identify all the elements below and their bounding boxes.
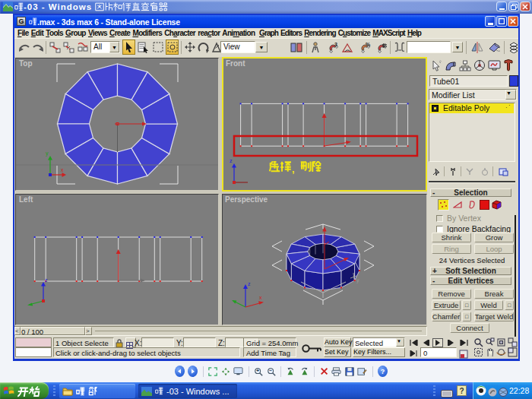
- svg-text:y: y: [46, 150, 49, 157]
- svg-text:x: x: [259, 295, 262, 300]
- svg-text:−: −: [269, 368, 272, 373]
- svg-text:x: x: [61, 167, 64, 173]
- svg-text:z: z: [45, 277, 48, 283]
- svg-text:z: z: [230, 158, 233, 163]
- svg-text:y: y: [356, 277, 359, 283]
- svg-text:z: z: [248, 281, 251, 287]
- svg-text:+: +: [256, 368, 259, 373]
